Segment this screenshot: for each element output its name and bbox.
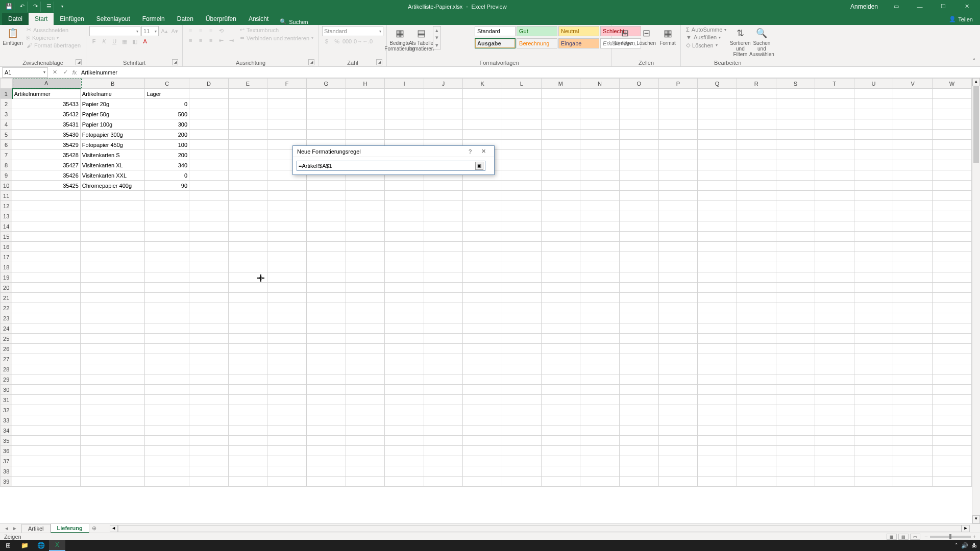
indent-dec-button[interactable]: ⇤ — [216, 36, 226, 45]
tab-formulas[interactable]: Formeln — [136, 13, 171, 25]
cell-B1[interactable]: Artikelname — [80, 89, 145, 99]
scroll-down-icon[interactable]: ▾ — [972, 515, 980, 523]
cell-L32[interactable] — [502, 405, 541, 415]
cell-F20[interactable] — [267, 283, 307, 293]
cell-Q14[interactable] — [698, 221, 737, 232]
cell-M7[interactable] — [541, 150, 580, 160]
cell-T27[interactable] — [815, 354, 854, 364]
cell-F2[interactable] — [267, 99, 307, 109]
cell-N23[interactable] — [580, 313, 620, 323]
col-header-M[interactable]: M — [541, 79, 580, 89]
cell-W20[interactable] — [933, 283, 972, 293]
cell-T9[interactable] — [815, 170, 854, 181]
cell-P25[interactable] — [658, 334, 698, 344]
cell-U6[interactable] — [854, 140, 893, 150]
cell-E6[interactable] — [228, 140, 267, 150]
cell-U28[interactable] — [854, 364, 893, 374]
cell-E35[interactable] — [228, 436, 267, 446]
cell-K33[interactable] — [463, 415, 502, 425]
cell-M12[interactable] — [541, 201, 580, 211]
cut-button[interactable]: ✂Ausschneiden — [24, 26, 83, 34]
cell-A39[interactable] — [12, 477, 80, 487]
row-header-2[interactable]: 2 — [1, 99, 12, 109]
cell-O24[interactable] — [619, 323, 658, 334]
cell-K35[interactable] — [463, 436, 502, 446]
cell-J25[interactable] — [424, 334, 463, 344]
cell-M36[interactable] — [541, 446, 580, 456]
cell-R28[interactable] — [737, 364, 776, 374]
row-header-32[interactable]: 32 — [1, 405, 12, 415]
cell-H2[interactable] — [346, 99, 385, 109]
cell-Q16[interactable] — [698, 242, 737, 252]
cell-S8[interactable] — [776, 160, 815, 170]
cell-P26[interactable] — [658, 344, 698, 354]
cell-C15[interactable] — [145, 232, 189, 242]
cell-V24[interactable] — [893, 323, 933, 334]
cell-I10[interactable] — [385, 181, 424, 191]
cell-B33[interactable] — [80, 415, 145, 425]
cell-V26[interactable] — [893, 344, 933, 354]
cell-C14[interactable] — [145, 221, 189, 232]
cell-Q32[interactable] — [698, 405, 737, 415]
cell-U25[interactable] — [854, 334, 893, 344]
cell-L12[interactable] — [502, 201, 541, 211]
cell-O5[interactable] — [619, 130, 658, 140]
cell-F23[interactable] — [267, 313, 307, 323]
cell-M32[interactable] — [541, 405, 580, 415]
cell-I29[interactable] — [385, 374, 424, 385]
cell-J33[interactable] — [424, 415, 463, 425]
cell-N26[interactable] — [580, 344, 620, 354]
cell-P13[interactable] — [658, 211, 698, 221]
cell-K18[interactable] — [463, 262, 502, 272]
cell-F14[interactable] — [267, 221, 307, 232]
view-pagebreak-button[interactable]: ▭ — [910, 534, 920, 540]
cell-T26[interactable] — [815, 344, 854, 354]
cell-K32[interactable] — [463, 405, 502, 415]
cell-S6[interactable] — [776, 140, 815, 150]
cell-H31[interactable] — [346, 395, 385, 405]
cell-L29[interactable] — [502, 374, 541, 385]
cell-U37[interactable] — [854, 456, 893, 466]
cell-O34[interactable] — [619, 425, 658, 436]
cell-U14[interactable] — [854, 221, 893, 232]
style-ausgabe[interactable]: Ausgabe — [475, 38, 516, 48]
cell-K27[interactable] — [463, 354, 502, 364]
cell-C35[interactable] — [145, 436, 189, 446]
cell-E18[interactable] — [228, 262, 267, 272]
vertical-scrollbar[interactable]: ▴ ▾ — [972, 78, 980, 523]
cell-C11[interactable] — [145, 191, 189, 201]
cell-N19[interactable] — [580, 272, 620, 283]
cell-I35[interactable] — [385, 436, 424, 446]
cell-H11[interactable] — [346, 191, 385, 201]
cell-S39[interactable] — [776, 477, 815, 487]
cell-B26[interactable] — [80, 344, 145, 354]
row-header-13[interactable]: 13 — [1, 211, 12, 221]
row-header-20[interactable]: 20 — [1, 283, 12, 293]
cell-U19[interactable] — [854, 272, 893, 283]
cell-P15[interactable] — [658, 232, 698, 242]
cell-R18[interactable] — [737, 262, 776, 272]
ribbon-options-icon[interactable]: ▭ — [885, 0, 908, 13]
cell-T28[interactable] — [815, 364, 854, 374]
cell-T10[interactable] — [815, 181, 854, 191]
cell-P23[interactable] — [658, 313, 698, 323]
cell-I38[interactable] — [385, 466, 424, 477]
cell-L15[interactable] — [502, 232, 541, 242]
cell-Q20[interactable] — [698, 283, 737, 293]
cell-G37[interactable] — [306, 456, 346, 466]
cell-W32[interactable] — [933, 405, 972, 415]
cell-Q21[interactable] — [698, 293, 737, 303]
cell-G1[interactable] — [306, 89, 346, 99]
orientation-button[interactable]: ⟲ — [216, 26, 226, 35]
cell-P8[interactable] — [658, 160, 698, 170]
cell-R39[interactable] — [737, 477, 776, 487]
cell-K11[interactable] — [463, 191, 502, 201]
cell-N31[interactable] — [580, 395, 620, 405]
cell-K4[interactable] — [463, 119, 502, 130]
cell-O25[interactable] — [619, 334, 658, 344]
cell-L25[interactable] — [502, 334, 541, 344]
formula-input[interactable] — [79, 67, 980, 78]
cell-B16[interactable] — [80, 242, 145, 252]
cell-D37[interactable] — [189, 456, 229, 466]
cell-W37[interactable] — [933, 456, 972, 466]
